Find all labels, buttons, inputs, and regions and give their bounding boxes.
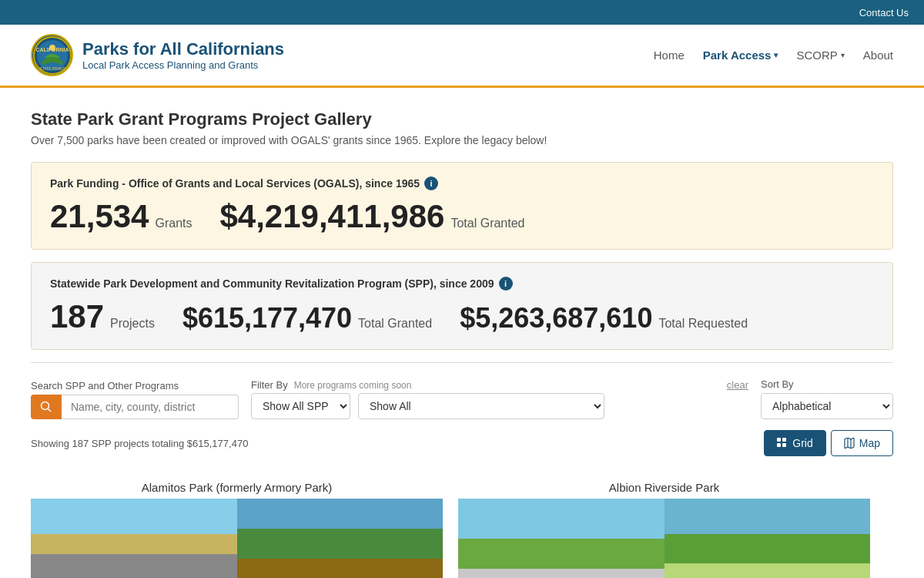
spp-projects-label: Projects <box>110 317 155 331</box>
filterby-label: Filter By <box>251 379 288 391</box>
search-label: Search SPP and Other Programs <box>31 380 239 391</box>
card-after-image: After <box>237 499 444 578</box>
spp-granted-label: Total Granted <box>358 317 432 331</box>
ogals-total-number: $4,219,411,986 <box>219 198 444 235</box>
spp-stat-row: 187 Projects $615,177,470 Total Granted … <box>50 298 874 335</box>
gallery-card[interactable]: Alamitos Park (formerly Armory Park) Bef… <box>31 476 443 578</box>
ogals-box-title: Park Funding - Office of Grants and Loca… <box>50 176 874 190</box>
card-images: Before After <box>458 499 870 578</box>
grid-view-button[interactable]: Grid <box>764 430 825 456</box>
logo-seal: CALIFORNIA STATE PARKS <box>31 34 73 76</box>
ogals-stats-box: Park Funding - Office of Grants and Loca… <box>31 162 893 250</box>
svg-rect-9 <box>777 443 781 447</box>
chevron-down-icon-scorp: ▾ <box>841 51 845 59</box>
filterby-sublabel: More programs coming soon <box>294 380 412 391</box>
svg-rect-10 <box>782 443 786 447</box>
spp-box-title: Statewide Park Development and Community… <box>50 277 874 291</box>
svg-point-5 <box>42 402 49 410</box>
alamitos-before-img <box>31 499 237 578</box>
page-title: State Park Grant Programs Project Galler… <box>31 109 893 129</box>
search-input[interactable] <box>62 395 239 419</box>
ogals-grants-number: 21,534 <box>50 198 149 235</box>
site-subtitle: Local Park Access Planning and Grants <box>82 59 284 71</box>
ogals-grants-label: Grants <box>155 217 192 230</box>
nav-about[interactable]: About <box>863 49 893 62</box>
sort-by-label: Sort By <box>761 378 893 390</box>
view-toggles: Grid Map <box>764 430 893 456</box>
svg-rect-8 <box>782 438 786 442</box>
card-images: Before After <box>31 499 443 578</box>
show-all-select[interactable]: Show All Alameda Alpine Amador <box>358 393 604 419</box>
svg-point-3 <box>49 45 55 51</box>
project-gallery: Alamitos Park (formerly Armory Park) Bef… <box>31 476 893 578</box>
logo-area: CALIFORNIA STATE PARKS Parks for All Cal… <box>31 34 284 76</box>
search-button[interactable] <box>31 395 62 419</box>
page-subtitle: Over 7,500 parks have been created or im… <box>31 134 893 146</box>
search-wrapper <box>31 395 239 419</box>
spp-requested-number: $5,263,687,610 <box>460 302 652 334</box>
nav-home[interactable]: Home <box>654 49 685 62</box>
svg-rect-7 <box>777 438 781 442</box>
filter-row: Search SPP and Other Programs Filter By <box>31 378 893 419</box>
top-bar: Contact Us <box>0 0 924 25</box>
results-row: Showing 187 SPP projects totaling $615,1… <box>31 430 893 456</box>
spp-stats-box: Statewide Park Development and Community… <box>31 262 893 350</box>
gallery-card[interactable]: Albion Riverside Park Before After <box>458 476 870 578</box>
results-text: Showing 187 SPP projects totaling $615,1… <box>31 438 248 449</box>
filter-section: Search SPP and Other Programs Filter By <box>31 362 893 476</box>
spp-filter-select[interactable]: Show All SPP SPP Round 1 SPP Round 2 SPP… <box>251 393 350 419</box>
sort-group: Sort By Alphabetical Grant Amount (High)… <box>761 378 893 419</box>
spp-projects-number: 187 <box>50 298 104 335</box>
grid-icon <box>777 438 788 449</box>
main-nav: Home Park Access ▾ SCORP ▾ About <box>654 49 893 62</box>
spp-granted-number: $615,177,470 <box>182 302 352 334</box>
spp-info-icon[interactable]: i <box>499 277 513 291</box>
main-content: State Park Grant Programs Project Galler… <box>0 88 924 578</box>
nav-scorp-button[interactable]: SCORP ▾ <box>796 49 844 62</box>
ogals-grants-stat: 21,534 Grants <box>50 198 192 235</box>
search-icon <box>40 401 52 413</box>
svg-text:STATE PARKS: STATE PARKS <box>39 66 65 71</box>
card-before-image: Before <box>458 499 665 578</box>
nav-park-access-dropdown[interactable]: Park Access ▾ <box>703 49 778 62</box>
header: CALIFORNIA STATE PARKS Parks for All Cal… <box>0 25 924 88</box>
nav-scorp-dropdown[interactable]: SCORP ▾ <box>796 49 844 62</box>
nav-park-access-button[interactable]: Park Access ▾ <box>703 49 778 62</box>
ogals-stat-row: 21,534 Grants $4,219,411,986 Total Grant… <box>50 198 874 235</box>
svg-marker-11 <box>845 438 854 449</box>
card-after-image: After <box>665 499 871 578</box>
filterby-top: Filter By More programs coming soon clea… <box>251 379 748 391</box>
ogals-total-label: Total Granted <box>450 217 524 230</box>
contact-us-link[interactable]: Contact Us <box>859 7 909 18</box>
clear-filter-link[interactable]: clear <box>727 379 748 391</box>
filter-by-selects: Show All SPP SPP Round 1 SPP Round 2 SPP… <box>251 393 748 419</box>
card-title: Albion Riverside Park <box>458 476 870 499</box>
albion-after-img <box>665 499 871 578</box>
spp-requested-stat: $5,263,687,610 Total Requested <box>460 302 748 334</box>
search-group: Search SPP and Other Programs <box>31 380 239 419</box>
filterby-label-row: Filter By More programs coming soon <box>251 379 411 391</box>
svg-line-6 <box>49 409 52 412</box>
filterby-group: Filter By More programs coming soon clea… <box>251 379 748 419</box>
spp-granted-stat: $615,177,470 Total Granted <box>182 302 432 334</box>
logo-text: Parks for All Californians Local Park Ac… <box>82 39 284 71</box>
seal-svg: CALIFORNIA STATE PARKS <box>33 36 72 75</box>
sort-by-select[interactable]: Alphabetical Grant Amount (High) Grant A… <box>761 393 893 419</box>
card-before-image: Before <box>31 499 237 578</box>
spp-projects-stat: 187 Projects <box>50 298 155 335</box>
map-view-button[interactable]: Map <box>831 430 893 456</box>
chevron-down-icon: ▾ <box>774 51 778 59</box>
albion-before-img <box>458 499 665 578</box>
ogals-total-stat: $4,219,411,986 Total Granted <box>219 198 524 235</box>
spp-requested-label: Total Requested <box>658 317 748 331</box>
alamitos-after-img <box>237 499 444 578</box>
ogals-info-icon[interactable]: i <box>424 176 438 190</box>
site-title: Parks for All Californians <box>82 39 284 59</box>
card-title: Alamitos Park (formerly Armory Park) <box>31 476 443 499</box>
map-icon <box>844 438 855 449</box>
